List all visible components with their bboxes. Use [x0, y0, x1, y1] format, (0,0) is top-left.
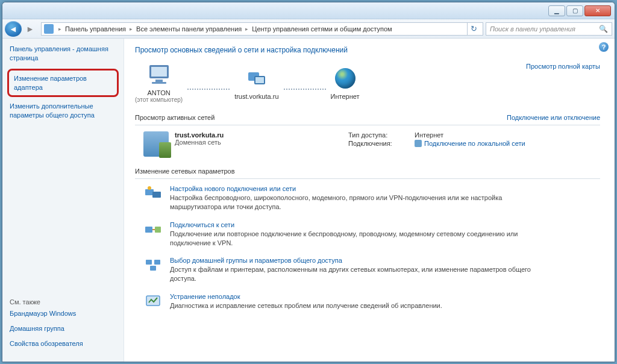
node-1-label: ANTON: [135, 89, 183, 96]
option-4-title[interactable]: Устранение неполадок: [170, 293, 442, 300]
divider: [135, 125, 600, 125]
option-2-title[interactable]: Подключиться к сети: [170, 221, 543, 228]
network-name: trust.vorkuta.ru: [175, 131, 224, 139]
address-bar[interactable]: ▸ Панель управления ▸ Все элементы панел…: [41, 22, 483, 36]
sidebar: Панель управления - домашняя страница Из…: [2, 39, 124, 362]
option-connect-network: Подключиться к сети Подключение или повт…: [143, 221, 600, 248]
option-new-connection: Настройка нового подключения или сети На…: [143, 185, 600, 212]
domain-network-icon: [143, 131, 169, 157]
svg-rect-14: [150, 266, 156, 271]
sidebar-sharing-settings[interactable]: Изменить дополнительные параметры общего…: [10, 102, 116, 120]
chevron-right-icon: ▸: [58, 26, 61, 32]
breadcrumb-1[interactable]: Панель управления: [64, 25, 127, 33]
close-button[interactable]: ✕: [584, 5, 611, 16]
svg-rect-6: [255, 77, 264, 83]
settings-list: Настройка нового подключения или сети На…: [135, 185, 600, 310]
option-1-title[interactable]: Настройка нового подключения или сети: [170, 185, 543, 192]
svg-rect-13: [154, 260, 160, 265]
svg-rect-2: [155, 80, 163, 82]
breadcrumb-3[interactable]: Центр управления сетями и общим доступом: [251, 25, 393, 33]
search-input[interactable]: Поиск в панели управления 🔍: [486, 22, 612, 36]
option-homegroup: Выбор домашней группы и параметров общег…: [143, 257, 600, 283]
search-placeholder: Поиск в панели управления: [490, 25, 575, 33]
svg-rect-1: [151, 67, 167, 77]
node-this-computer[interactable]: ANTON (этот компьютер): [135, 63, 183, 103]
page-title: Просмотр основных сведений о сети и наст…: [135, 46, 600, 54]
active-networks-heading: Просмотр активных сетей Подключение или …: [135, 114, 600, 121]
chevron-right-icon: ▸: [130, 26, 133, 32]
node-2-label: trust.vorkuta.ru: [234, 93, 278, 100]
back-button[interactable]: ◄: [5, 21, 22, 37]
help-icon[interactable]: ?: [599, 42, 609, 52]
divider: [135, 178, 600, 179]
see-also-heading: См. также: [10, 298, 116, 306]
connect-icon: [143, 221, 163, 238]
sidebar-adapter-settings[interactable]: Изменение параметров адаптера: [7, 69, 119, 98]
window: ▁ ▢ ✕ ◄ ► ▸ Панель управления ▸ Все элем…: [2, 2, 615, 362]
svg-rect-12: [146, 260, 152, 265]
maximize-button[interactable]: ▢: [566, 5, 583, 16]
connections-label: Подключения:: [348, 140, 415, 147]
option-1-desc: Настройка беспроводного, широкополосного…: [170, 193, 543, 212]
new-connection-icon: [143, 185, 163, 202]
svg-rect-3: [152, 82, 166, 84]
option-4-desc: Диагностика и исправление сетевых пробле…: [170, 301, 442, 310]
navbar: ◄ ► ▸ Панель управления ▸ Все элементы п…: [2, 19, 615, 39]
connection-line: [187, 89, 230, 90]
content-body: Панель управления - домашняя страница Из…: [2, 39, 615, 362]
nic-icon: [415, 140, 422, 147]
node-network[interactable]: trust.vorkuta.ru: [234, 66, 278, 100]
active-network-block: trust.vorkuta.ru Доменная сеть Тип досту…: [143, 131, 600, 157]
network-type: Доменная сеть: [175, 139, 224, 146]
view-full-map-link[interactable]: Просмотр полной карты: [526, 63, 600, 70]
change-settings-heading: Изменение сетевых параметров: [135, 168, 600, 175]
option-3-title[interactable]: Выбор домашней группы и параметров общег…: [170, 257, 543, 264]
svg-point-9: [148, 186, 151, 190]
computer-icon: [145, 63, 174, 87]
minimize-button[interactable]: ▁: [548, 5, 565, 16]
sidebar-footer: См. также Брандмауэр Windows Домашняя гр…: [10, 298, 116, 354]
network-icon: [242, 66, 271, 90]
search-icon[interactable]: 🔍: [599, 25, 608, 33]
node-1-sublabel: (этот компьютер): [135, 96, 183, 103]
connection-line: [284, 89, 326, 90]
node-3-label: Интернет: [331, 93, 360, 100]
control-panel-icon: [44, 24, 54, 34]
svg-rect-7: [145, 189, 154, 195]
svg-rect-8: [152, 192, 161, 198]
refresh-button[interactable]: ↻: [467, 23, 480, 35]
access-type-value: Интернет: [415, 131, 443, 139]
network-map: ANTON (этот компьютер) trust.vorkuta.ru …: [135, 63, 600, 103]
homegroup-icon: [143, 257, 163, 274]
connection-link[interactable]: Подключение по локальной сети: [415, 140, 525, 147]
option-troubleshoot: Устранение неполадок Диагностика и испра…: [143, 293, 600, 310]
node-internet[interactable]: Интернет: [331, 66, 360, 100]
globe-icon: [331, 66, 360, 90]
forward-button[interactable]: ►: [22, 21, 39, 37]
sidebar-home[interactable]: Панель управления - домашняя страница: [10, 45, 116, 63]
titlebar: ▁ ▢ ✕: [2, 2, 615, 19]
sidebar-homegroup[interactable]: Домашняя группа: [10, 324, 116, 333]
main-panel: ? Просмотр основных сведений о сети и на…: [124, 39, 615, 362]
sidebar-internet-options[interactable]: Свойства обозревателя: [10, 339, 116, 348]
option-2-desc: Подключение или повторное подключение к …: [170, 230, 543, 248]
access-type-label: Тип доступа:: [348, 131, 415, 139]
sidebar-firewall[interactable]: Брандмауэр Windows: [10, 309, 116, 318]
connect-disconnect-link[interactable]: Подключение или отключение: [507, 114, 600, 121]
troubleshoot-icon: [143, 293, 163, 310]
svg-rect-11: [155, 227, 161, 233]
option-3-desc: Доступ к файлам и принтерам, расположенн…: [170, 265, 543, 283]
chevron-right-icon: ▸: [245, 26, 248, 32]
svg-rect-10: [145, 227, 152, 233]
breadcrumb-2[interactable]: Все элементы панели управления: [135, 25, 243, 33]
